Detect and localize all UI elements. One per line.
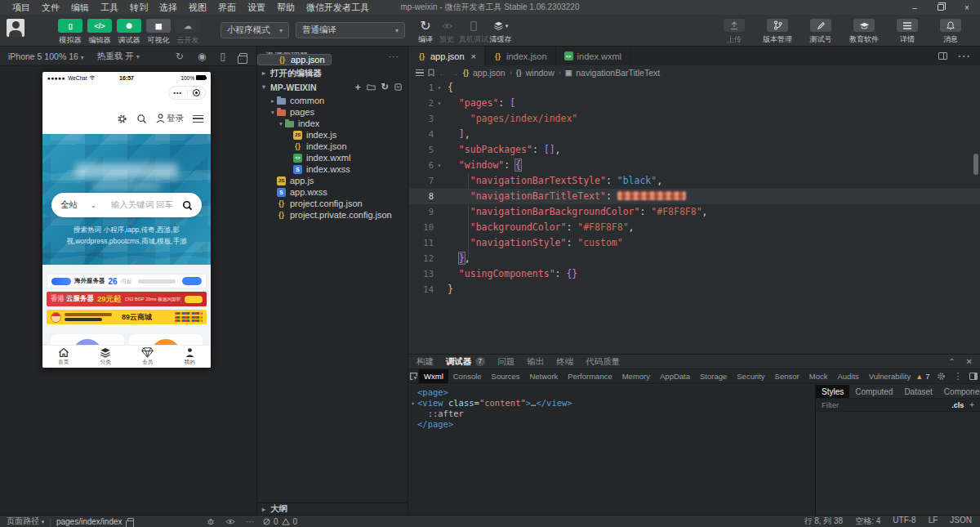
upload-button[interactable]: 上传 (716, 19, 752, 45)
styles-filter-input[interactable]: Filter (822, 400, 839, 409)
site-search-bar[interactable]: 全站 ⌄ 输入关键词 回车 (51, 193, 202, 217)
search-icon[interactable] (182, 200, 193, 211)
hot-reload-toggle[interactable]: 热重载 开▾ (97, 51, 140, 62)
device-frame-icon[interactable]: ▯ (220, 51, 225, 62)
tab-profile[interactable]: 我的 (169, 346, 212, 368)
split-editor-icon[interactable] (938, 52, 947, 60)
compile-mode-select[interactable]: 普通编译▾ (296, 22, 405, 38)
code-line[interactable]: 9 "navigationBarBackgroundColor": "#F8F8… (409, 204, 980, 220)
close-panel-icon[interactable]: ✕ (966, 357, 973, 366)
dock-side-icon[interactable] (969, 373, 978, 380)
code-line[interactable]: 1▾{ (409, 80, 980, 96)
test-account-button[interactable]: 测试号 (803, 19, 839, 45)
tree-item[interactable]: <>index.wxml (257, 152, 408, 163)
open-editors-section[interactable]: ▸ 打开的编辑器 (257, 66, 408, 80)
tab-category[interactable]: 分类 (85, 346, 127, 368)
outline-section[interactable]: ▸ 大纲 (257, 502, 408, 515)
inspect-element-button[interactable] (409, 369, 419, 383)
menu-item[interactable]: 帮助 (271, 2, 301, 14)
mode-select[interactable]: 小程序模式▾ (220, 22, 289, 38)
code-line[interactable]: 3 "pages/index/index" (409, 111, 980, 127)
menu-item[interactable]: 文件 (36, 2, 65, 14)
可视化-button[interactable]: ▦可视化 (144, 19, 173, 46)
tree-item[interactable]: Sapp.wxss (257, 186, 408, 198)
tree-item[interactable]: ▸common (257, 95, 408, 106)
more-icon[interactable]: ⋯ (957, 48, 970, 64)
editor-tab-index.wxml[interactable]: <>index.wxml (556, 47, 630, 65)
search-scope-select[interactable]: 全站 (60, 199, 78, 211)
fold-icon[interactable]: ▾ (434, 80, 445, 96)
tree-item[interactable]: Sindex.wxss (257, 163, 408, 175)
category-card[interactable] (51, 334, 124, 345)
code-line[interactable]: 14} (409, 282, 980, 297)
tree-item[interactable]: JSindex.js (257, 129, 408, 141)
maximize-button[interactable] (928, 0, 954, 15)
code-line[interactable]: 8 "navigationBarTitleText": (409, 189, 980, 204)
status-item[interactable]: 行 8, 列 38 (804, 516, 843, 527)
menu-item[interactable]: 微信开发者工具 (301, 2, 375, 14)
bug-icon[interactable] (207, 517, 215, 525)
panel-tab-问题[interactable]: 问题 (497, 356, 514, 368)
styles-tab-Component Data[interactable]: Component Data (938, 385, 980, 398)
tree-item[interactable]: ▾pages (257, 106, 408, 118)
wxml-node[interactable]: </page> (409, 419, 815, 430)
code-line[interactable]: 12 }, (409, 251, 980, 266)
menu-item[interactable]: 项目 (7, 2, 36, 14)
error-count[interactable]: 0 (274, 517, 278, 526)
exit-button[interactable] (188, 89, 206, 96)
code-line[interactable]: 5 "subPackages": [], (409, 142, 980, 158)
tree-item[interactable]: {}app.json (257, 54, 332, 65)
screenshot-icon[interactable]: ◉ (198, 51, 206, 62)
tree-item[interactable]: JSapp.js (257, 175, 408, 186)
panel-tab-调试器[interactable]: 调试器7 (446, 356, 485, 368)
ad-banner-overseas[interactable]: 海外服务器 26 /月起 (47, 274, 207, 288)
breadcrumb-item[interactable]: navigationBarTitleText (576, 68, 660, 78)
devtools-tab-Wxml[interactable]: Wxml (419, 369, 448, 383)
panel-tab-输出[interactable]: 输出 (527, 356, 544, 368)
copy-icon[interactable] (127, 518, 134, 525)
menu-item[interactable]: 选择 (154, 2, 183, 14)
menu-item[interactable]: 视图 (183, 2, 212, 14)
collapse-all-icon[interactable] (394, 83, 403, 92)
back-icon[interactable]: ← (439, 69, 447, 78)
status-item[interactable]: UTF-8 (893, 516, 915, 527)
collapse-panel-icon[interactable]: ⌃ (948, 357, 955, 366)
editor-tab-app.json[interactable]: {}app.json× (409, 47, 485, 65)
breadcrumb-item[interactable]: app.json (473, 68, 506, 78)
clear-cache-button[interactable]: ▾ 清缓存 (484, 20, 517, 45)
new-style-rule-icon[interactable]: + (969, 400, 974, 409)
devtools-tab-Audits[interactable]: Audits (832, 369, 863, 383)
menu-icon[interactable] (193, 115, 203, 123)
project-root[interactable]: ▾ MP-WEIXIN + ↻ (257, 80, 408, 94)
code-line[interactable]: 2▾ "pages": [ (409, 96, 980, 111)
warning-count[interactable]: ▲7 (915, 372, 929, 381)
kebab-menu-icon[interactable]: ⋮ (953, 371, 962, 382)
status-item[interactable]: LF (929, 516, 938, 527)
new-folder-icon[interactable] (367, 83, 376, 91)
styles-tab-Styles[interactable]: Styles (816, 385, 849, 398)
tree-item[interactable]: {}index.json (257, 141, 408, 152)
fold-icon[interactable]: ▾ (434, 158, 445, 173)
status-item[interactable]: 空格: 4 (855, 516, 880, 527)
tab-home[interactable]: 首页 (42, 346, 85, 368)
more-icon[interactable]: ··· (246, 517, 254, 526)
breadcrumb-item[interactable]: window (526, 68, 555, 78)
devtools-tab-Sources[interactable]: Sources (487, 369, 525, 383)
editor-tab-index.json[interactable]: {}index.json (485, 47, 556, 65)
panel-tab-代码质量[interactable]: 代码质量 (586, 356, 620, 368)
编辑器-button[interactable]: </>编辑器 (85, 19, 114, 46)
devtools-tab-Sensor[interactable]: Sensor (770, 369, 804, 383)
version-control-button[interactable]: 版本管理 (760, 19, 795, 45)
edu-software-button[interactable]: 教育软件 (846, 19, 882, 45)
ad-banner-cloudshop[interactable]: 89云商城 (47, 310, 207, 324)
devtools-tab-Mock[interactable]: Mock (804, 369, 833, 383)
page-path-label[interactable]: 页面路径 ▾ (7, 516, 44, 527)
minimize-button[interactable]: – (902, 0, 928, 15)
search-input[interactable]: 输入关键词 回车 (111, 199, 173, 211)
code-line[interactable]: 7 "navigationBarTextStyle": "black", (409, 173, 980, 189)
cls-button[interactable]: .cls (951, 401, 964, 409)
search-icon[interactable] (136, 114, 147, 124)
devtools-tab-Security[interactable]: Security (732, 369, 769, 383)
warning-count[interactable]: 0 (293, 517, 298, 526)
云开发-button[interactable]: ☁云开发 (173, 19, 203, 46)
